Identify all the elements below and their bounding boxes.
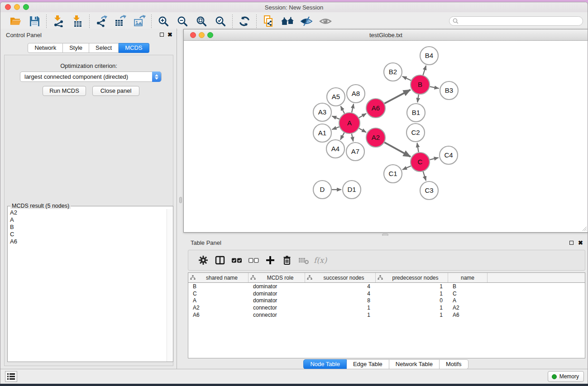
edge-C-C2[interactable] bbox=[417, 143, 418, 152]
edge-A6-B[interactable] bbox=[384, 90, 410, 103]
cell-predecessor-nodes: 1 bbox=[376, 305, 448, 311]
table-panel-header: Table Panel ✖ bbox=[183, 236, 588, 248]
close-panel-icon[interactable]: ✖ bbox=[167, 33, 172, 37]
table-row[interactable]: Cdominator41C bbox=[188, 290, 585, 297]
settings-gear-icon[interactable] bbox=[195, 253, 211, 268]
mcds-result-item[interactable]: C bbox=[8, 231, 167, 238]
home-views-icon[interactable] bbox=[278, 14, 297, 29]
hide-graphics-icon[interactable] bbox=[297, 14, 316, 29]
tab-style[interactable]: Style bbox=[63, 43, 89, 53]
zoom-out-icon[interactable] bbox=[173, 14, 192, 29]
criterion-select[interactable]: largest connected component (directed) bbox=[20, 71, 162, 82]
edge-A-A6[interactable] bbox=[359, 114, 366, 118]
mcds-result-item[interactable]: B bbox=[8, 224, 167, 231]
tab-select[interactable]: Select bbox=[89, 43, 119, 53]
tab-motifs[interactable]: Motifs bbox=[440, 359, 468, 369]
table-row[interactable]: Adominator80A bbox=[188, 297, 585, 304]
function-builder-icon[interactable]: f(x) bbox=[312, 253, 329, 268]
export-image-icon[interactable] bbox=[130, 14, 149, 29]
mcds-result-list[interactable]: A2ABCA6 bbox=[8, 209, 167, 362]
column-header-successor-nodes[interactable]: successor nodes bbox=[305, 273, 376, 282]
select-all-icon[interactable] bbox=[228, 253, 245, 268]
mcds-result-item[interactable]: A2 bbox=[8, 209, 167, 216]
edge-A-A7[interactable] bbox=[352, 134, 354, 142]
edge-A-A8[interactable] bbox=[352, 104, 354, 112]
add-icon[interactable] bbox=[262, 253, 278, 268]
float-panel-icon[interactable] bbox=[160, 33, 164, 37]
search-input[interactable] bbox=[460, 17, 583, 25]
node-table[interactable]: shared nameMCDS rolesuccessor nodesprede… bbox=[188, 272, 585, 358]
edge-C-C3[interactable] bbox=[423, 172, 426, 181]
cell-name: A bbox=[448, 297, 488, 304]
edge-C-C1[interactable] bbox=[402, 166, 411, 170]
cell-predecessor-nodes: 0 bbox=[376, 297, 448, 304]
edge-A-A3[interactable] bbox=[332, 116, 339, 119]
task-list-button[interactable] bbox=[5, 371, 17, 382]
column-header-filler[interactable] bbox=[488, 273, 585, 282]
network-graph[interactable]: B4B2BB3A5A8A6A3B1AA1C2A2A4A7C4CC1C3DD1 bbox=[184, 41, 588, 232]
edge-A-A2[interactable] bbox=[359, 129, 366, 133]
tab-network-table[interactable]: Network Table bbox=[389, 359, 440, 369]
network-canvas[interactable]: B4B2BB3A5A8A6A3B1AA1C2A2A4A7C4CC1C3DD1 bbox=[184, 41, 588, 232]
export-network-icon[interactable] bbox=[92, 14, 111, 29]
import-network-icon[interactable] bbox=[49, 14, 68, 29]
toolbar-separator bbox=[46, 14, 47, 28]
edge-A2-C[interactable] bbox=[384, 143, 411, 157]
clone-network-icon[interactable] bbox=[259, 14, 278, 29]
edge-B-B2[interactable] bbox=[402, 76, 411, 81]
zoom-in-icon[interactable] bbox=[154, 14, 173, 29]
mcds-result-item[interactable]: A bbox=[8, 216, 167, 224]
memory-button[interactable]: Memory bbox=[548, 371, 584, 382]
open-session-icon[interactable] bbox=[6, 14, 25, 29]
search-field[interactable] bbox=[449, 16, 583, 26]
cell-name: B bbox=[448, 283, 488, 290]
attribute-tree-icon bbox=[190, 275, 196, 280]
tab-node-table[interactable]: Node Table bbox=[303, 359, 347, 369]
column-header-predecessor-nodes[interactable]: predecessor nodes bbox=[376, 273, 448, 282]
column-header-MCDS-role[interactable]: MCDS role bbox=[249, 273, 305, 282]
split-view-icon[interactable] bbox=[211, 253, 228, 268]
edge-C-C4[interactable] bbox=[430, 157, 438, 160]
column-header-shared-name[interactable]: shared name bbox=[188, 273, 249, 282]
node-label-C2: C2 bbox=[411, 129, 420, 136]
float-table-panel-icon[interactable] bbox=[569, 241, 574, 245]
column-header-name[interactable]: name bbox=[448, 273, 488, 282]
export-table-icon[interactable] bbox=[111, 14, 130, 29]
zoom-selected-icon[interactable] bbox=[211, 14, 230, 29]
select-stepper-icon bbox=[152, 71, 161, 82]
vertical-splitter-handle[interactable] bbox=[179, 197, 182, 203]
table-row[interactable]: A2connector11A2 bbox=[188, 304, 585, 311]
toolbar-separator bbox=[232, 14, 233, 28]
cell-MCDS-role: dominator bbox=[249, 291, 305, 297]
edge-A-A5[interactable] bbox=[341, 106, 344, 113]
cell-successor-nodes: 1 bbox=[305, 312, 376, 318]
save-session-icon[interactable] bbox=[25, 14, 44, 29]
edge-A-A4[interactable] bbox=[340, 133, 344, 140]
close-table-panel-icon[interactable]: ✖ bbox=[578, 241, 583, 245]
mcds-list-scrollbar[interactable] bbox=[167, 209, 172, 362]
trash-icon[interactable] bbox=[278, 253, 295, 268]
node-label-C1: C1 bbox=[388, 170, 397, 177]
deselect-all-icon[interactable] bbox=[245, 253, 262, 268]
resize-grip-icon[interactable] bbox=[582, 226, 587, 231]
import-table-icon[interactable] bbox=[68, 14, 87, 29]
cell-shared-name: A bbox=[188, 297, 249, 304]
cell-predecessor-nodes: 1 bbox=[376, 312, 448, 318]
table-row[interactable]: Bdominator41B bbox=[188, 283, 585, 290]
zoom-fit-icon[interactable] bbox=[192, 14, 211, 29]
tab-mcds[interactable]: MCDS bbox=[119, 43, 149, 53]
tab-edge-table[interactable]: Edge Table bbox=[347, 359, 389, 369]
edge-A-A1[interactable] bbox=[332, 127, 339, 129]
tab-network[interactable]: Network bbox=[28, 43, 63, 53]
show-eye-icon[interactable] bbox=[316, 14, 335, 29]
run-mcds-button[interactable]: Run MCDS bbox=[43, 86, 86, 96]
table-row[interactable]: A6connector11A6 bbox=[188, 311, 585, 319]
delete-table-icon[interactable] bbox=[295, 253, 312, 268]
mcds-result-item[interactable]: A6 bbox=[8, 238, 167, 245]
refresh-icon[interactable] bbox=[235, 14, 254, 29]
attribute-tree-icon bbox=[307, 275, 312, 280]
edge-B-B3[interactable] bbox=[430, 86, 439, 88]
edge-B-B4[interactable] bbox=[423, 66, 426, 75]
edge-B-B1[interactable] bbox=[417, 95, 419, 102]
close-panel-button[interactable]: Close panel bbox=[92, 86, 139, 96]
